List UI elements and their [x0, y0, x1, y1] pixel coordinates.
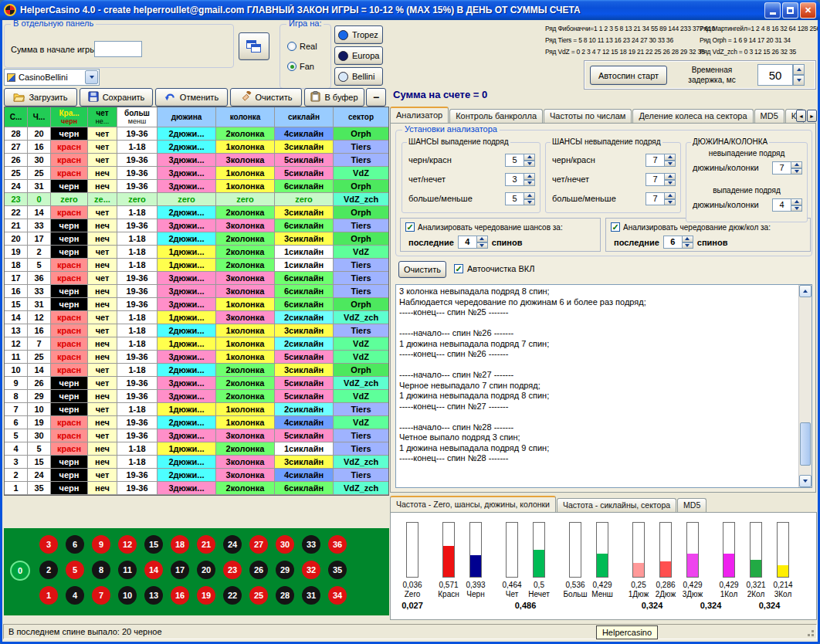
board-number-23[interactable]: 23 — [223, 561, 242, 579]
load-button[interactable]: Загрузить — [4, 88, 77, 107]
board-number-15[interactable]: 15 — [144, 535, 163, 554]
table-row[interactable]: 135черннеч19-363дюжи...2колонка6сиклайнV… — [5, 482, 388, 495]
alt-chances-spinner-up[interactable] — [477, 236, 488, 242]
table-row[interactable]: 230zeroze...zerozerozerozeroVdZ_zch — [5, 193, 388, 206]
casino-button-bellini[interactable]: Bellini — [334, 67, 383, 86]
main-tab-4[interactable]: Деление колеса на сектора — [632, 109, 753, 123]
alt-dozens-spinner-down[interactable] — [683, 242, 693, 249]
analyzer-spinner-down[interactable] — [665, 180, 676, 187]
board-number-3[interactable]: 3 — [39, 535, 58, 554]
analyzer-spinner-down[interactable] — [665, 199, 676, 206]
board-number-36[interactable]: 36 — [328, 535, 347, 554]
analyzer-spinner-down[interactable] — [665, 161, 676, 168]
alt-dozens-spinner-up[interactable] — [683, 236, 693, 242]
table-row[interactable]: 224чернчет19-362дюжи...3колонка4сиклайнT… — [5, 469, 388, 482]
analyzer-spinner[interactable]: 5 — [505, 192, 535, 205]
analyzer-spinner[interactable]: 7 — [645, 173, 676, 186]
table-row[interactable]: 2214краснчет1-182дюжи...2колонка3сиклайн… — [5, 206, 388, 219]
analyzer-log[interactable]: 3 колонка невыпадала подряд 8 спин; Набл… — [395, 284, 812, 488]
alt-chances-spinner-down[interactable] — [477, 242, 488, 249]
table-row[interactable]: 315черннеч1-182дюжи...3колонка3сиклайнVd… — [5, 456, 388, 469]
table-row[interactable]: 1633черннеч19-363дюжи...3колонка6сиклайн… — [5, 285, 388, 298]
table-row[interactable]: 926чернчет19-363дюжи...2колонка5сиклайнV… — [5, 377, 388, 390]
table-row[interactable]: 2133черннеч19-363дюжи...3колонка6сиклайн… — [5, 219, 388, 232]
analyzer-spinner-value[interactable]: 3 — [505, 173, 524, 186]
board-number-16[interactable]: 16 — [171, 586, 189, 605]
main-tab-3[interactable]: Частоты по числам — [544, 109, 632, 123]
chart-tab-1[interactable]: Частота - Zero, шансы, дюжины, колонки — [390, 496, 556, 512]
analyzer-spinner[interactable]: 3 — [505, 173, 535, 186]
alternation-chances-checkbox[interactable]: ✓ — [405, 222, 415, 232]
main-tab-1[interactable]: Анализатор — [390, 107, 449, 123]
main-tab-5[interactable]: MD5 — [754, 109, 784, 123]
analyzer-spinner-value[interactable]: 7 — [772, 161, 791, 175]
table-row[interactable]: 1531черннеч19-363дюжи...1колонка6сиклайн… — [5, 298, 388, 311]
analyzer-spinner-up[interactable] — [791, 198, 802, 205]
clear-table-button[interactable]: Очистить — [230, 88, 302, 107]
board-number-28[interactable]: 28 — [276, 586, 294, 605]
board-number-19[interactable]: 19 — [197, 586, 215, 605]
table-row[interactable]: 2525красннеч19-363дюжи...1колонка5сиклай… — [5, 167, 388, 180]
alternation-dozens-checkbox[interactable]: ✓ — [611, 222, 620, 232]
table-row[interactable]: 2017черннеч1-182дюжи...2колонка3сиклайнO… — [5, 232, 388, 246]
board-number-9[interactable]: 9 — [92, 535, 110, 554]
table-row[interactable]: 530краснчет19-363дюжи...3колонка5сиклайн… — [5, 429, 388, 442]
casino-button-tropez[interactable]: Tropez — [334, 25, 383, 44]
autoclear-checkbox[interactable]: ✓ Автоочистка ВКЛ — [454, 264, 534, 273]
board-number-26[interactable]: 26 — [249, 561, 268, 579]
board-number-33[interactable]: 33 — [302, 535, 320, 554]
table-row[interactable]: 1736краснчет19-363дюжи...3колонка6сиклай… — [5, 272, 388, 285]
board-number-25[interactable]: 25 — [249, 586, 268, 605]
collapse-button[interactable]: − — [366, 88, 386, 107]
alt-chances-spinner-value[interactable]: 4 — [458, 236, 477, 249]
analyzer-spinner-up[interactable] — [665, 173, 676, 180]
board-number-27[interactable]: 27 — [249, 535, 268, 554]
analyzer-spinner[interactable]: 5 — [505, 154, 535, 167]
board-number-20[interactable]: 20 — [197, 561, 215, 579]
scroll-thumb[interactable] — [800, 422, 811, 466]
analyzer-spinner[interactable]: 7 — [645, 192, 676, 205]
table-row[interactable]: 619красннеч19-362дюжи...1колонка4сиклайн… — [5, 416, 388, 429]
board-number-30[interactable]: 30 — [276, 535, 294, 554]
analyzer-spinner-up[interactable] — [665, 192, 676, 199]
combo-dropdown-button[interactable] — [85, 70, 98, 84]
radio-fan[interactable]: Fan — [287, 62, 314, 71]
start-sum-input[interactable] — [94, 41, 142, 57]
alt-chances-spinner[interactable]: 4 — [458, 236, 488, 249]
table-row[interactable]: 127красннеч1-181дюжи...1колонка2сиклайнV… — [5, 337, 388, 351]
table-row[interactable]: 185красннеч1-181дюжи...2колонка1сиклайнT… — [5, 259, 388, 272]
analyzer-spinner-value[interactable]: 7 — [645, 173, 665, 186]
minimize-button[interactable] — [764, 2, 781, 19]
close-button[interactable]: ✕ — [800, 2, 816, 19]
table-row[interactable]: 45красннеч1-181дюжи...2колонка1сиклайнTi… — [5, 442, 388, 456]
table-row[interactable]: 1125красннеч19-363дюжи...1колонка5сиклай… — [5, 351, 388, 364]
board-number-4[interactable]: 4 — [66, 586, 84, 605]
analyzer-spinner[interactable]: 7 — [645, 154, 676, 167]
board-number-0[interactable]: 0 — [10, 561, 30, 581]
delay-spin-up[interactable] — [793, 64, 805, 75]
chart-tab-3[interactable]: MD5 — [677, 498, 706, 512]
clear-button[interactable]: Очистить — [398, 261, 446, 278]
board-number-32[interactable]: 32 — [302, 561, 320, 579]
board-number-6[interactable]: 6 — [66, 535, 84, 554]
save-button[interactable]: Сохранить — [80, 88, 153, 107]
board-number-14[interactable]: 14 — [144, 561, 163, 579]
table-row[interactable]: 192чернчет1-181дюжи...2колонка1сиклайнVd… — [5, 246, 388, 259]
detach-panel-button[interactable] — [239, 32, 269, 60]
alt-dozens-spinner-value[interactable]: 6 — [663, 236, 683, 249]
board-number-17[interactable]: 17 — [171, 561, 189, 579]
board-number-24[interactable]: 24 — [223, 535, 242, 554]
board-number-5[interactable]: 5 — [66, 561, 84, 579]
board-number-31[interactable]: 31 — [302, 586, 320, 605]
analyzer-spinner-value[interactable]: 5 — [505, 154, 524, 167]
board-number-11[interactable]: 11 — [118, 561, 137, 579]
undo-button[interactable]: Отменить — [155, 88, 228, 107]
analyzer-spinner-down[interactable] — [791, 205, 802, 212]
scroll-up-button[interactable] — [799, 285, 812, 297]
casino-combobox[interactable]: CasinoBellini — [4, 69, 100, 86]
analyzer-spinner-down[interactable] — [524, 199, 535, 206]
board-number-21[interactable]: 21 — [197, 535, 215, 554]
tab-scroll-left-button[interactable]: ◄ — [796, 110, 806, 122]
log-scrollbar[interactable] — [798, 285, 812, 487]
scroll-down-button[interactable] — [799, 475, 812, 487]
